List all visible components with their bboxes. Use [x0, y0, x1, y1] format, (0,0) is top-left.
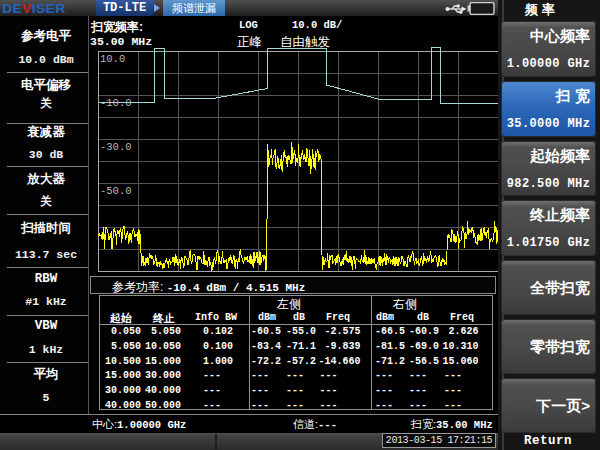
- svg-text:-30.0: -30.0: [100, 141, 132, 153]
- svg-text:-50.0: -50.0: [100, 185, 132, 197]
- svg-text:10.0: 10.0: [100, 53, 125, 65]
